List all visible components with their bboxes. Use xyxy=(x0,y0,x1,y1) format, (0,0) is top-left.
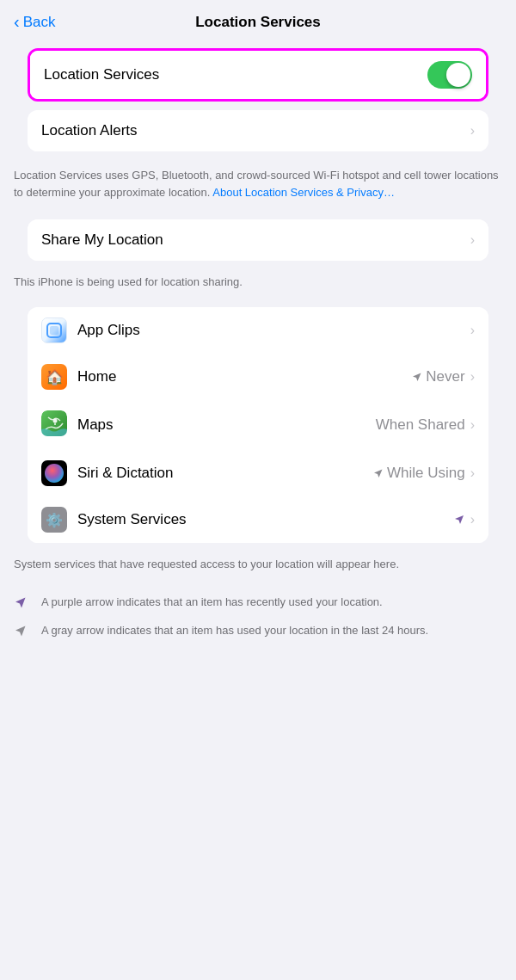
privacy-link[interactable]: About Location Services & Privacy… xyxy=(212,186,395,199)
appclips-label: App Clips xyxy=(77,322,470,339)
share-location-row[interactable]: Share My Location › xyxy=(28,219,488,261)
svg-rect-1 xyxy=(50,326,58,335)
back-button[interactable]: ‹ Back xyxy=(14,13,55,32)
toggle-knob xyxy=(446,63,470,87)
list-item[interactable]: Siri & Dictation While Using › xyxy=(28,450,488,496)
location-services-toggle-group: Location Services xyxy=(28,48,488,102)
siri-chevron-icon: › xyxy=(470,465,475,481)
system-chevron-icon: › xyxy=(470,512,475,527)
location-services-label: Location Services xyxy=(44,66,427,83)
siri-location-arrow-icon xyxy=(373,468,384,478)
maps-value: When Shared xyxy=(376,416,465,434)
legend-item-purple: A purple arrow indicates that an item ha… xyxy=(14,589,502,618)
home-chevron-icon: › xyxy=(470,369,475,385)
location-description: Location Services uses GPS, Bluetooth, a… xyxy=(0,160,516,211)
location-alerts-label: Location Alerts xyxy=(41,122,470,139)
home-icon: 🏠 xyxy=(41,364,67,390)
system-purple-arrow-icon xyxy=(453,514,465,526)
list-item[interactable]: ⚙️ System Services › xyxy=(28,496,488,543)
legend-section: A purple arrow indicates that an item ha… xyxy=(0,581,516,655)
location-alerts-section: Location Alerts › xyxy=(14,110,502,151)
siri-value: While Using xyxy=(373,465,465,482)
location-alerts-row[interactable]: Location Alerts › xyxy=(28,110,488,151)
appclips-icon xyxy=(41,317,67,343)
back-chevron-icon: ‹ xyxy=(14,12,20,32)
list-item[interactable]: 🏠 Home Never › xyxy=(28,354,488,400)
location-services-row[interactable]: Location Services xyxy=(30,51,486,99)
maps-label: Maps xyxy=(77,416,376,434)
system-value xyxy=(453,514,465,526)
back-label: Back xyxy=(23,14,56,31)
system-icon: ⚙️ xyxy=(41,507,67,533)
location-services-toggle[interactable] xyxy=(427,61,472,89)
appclips-chevron-icon: › xyxy=(470,323,475,338)
share-location-label: Share My Location xyxy=(41,231,470,249)
svg-point-3 xyxy=(53,419,58,423)
home-value: Never xyxy=(412,368,464,385)
siri-icon xyxy=(41,460,67,486)
legend-purple-text: A purple arrow indicates that an item ha… xyxy=(41,595,502,610)
system-label: System Services xyxy=(77,511,453,528)
siri-label: Siri & Dictation xyxy=(77,465,373,482)
system-services-subtext: System services that have requested acce… xyxy=(0,552,516,581)
legend-item-gray: A gray arrow indicates that an item has … xyxy=(14,618,502,646)
apps-group: App Clips › 🏠 Home Never › xyxy=(28,307,488,543)
list-item[interactable]: App Clips › xyxy=(28,307,488,354)
location-alerts-group: Location Alerts › xyxy=(28,110,488,151)
share-location-group: Share My Location › xyxy=(28,219,488,261)
apps-section: App Clips › 🏠 Home Never › xyxy=(14,307,502,543)
legend-gray-text: A gray arrow indicates that an item has … xyxy=(41,623,502,638)
home-location-arrow-icon xyxy=(412,372,422,382)
chevron-icon: › xyxy=(470,123,475,139)
home-label: Home xyxy=(77,368,412,385)
header: ‹ Back Location Services xyxy=(0,0,516,40)
page-title: Location Services xyxy=(195,14,321,31)
legend-gray-arrow-icon xyxy=(14,624,31,641)
location-services-section: Location Services xyxy=(14,48,502,102)
list-item[interactable]: Maps When Shared › xyxy=(28,400,488,450)
share-chevron-icon: › xyxy=(470,232,475,248)
share-location-section: Share My Location › xyxy=(14,219,502,261)
share-location-subtext: This iPhone is being used for location s… xyxy=(0,269,516,299)
maps-icon xyxy=(41,410,67,440)
legend-purple-arrow-icon xyxy=(14,595,31,613)
maps-chevron-icon: › xyxy=(470,417,475,433)
